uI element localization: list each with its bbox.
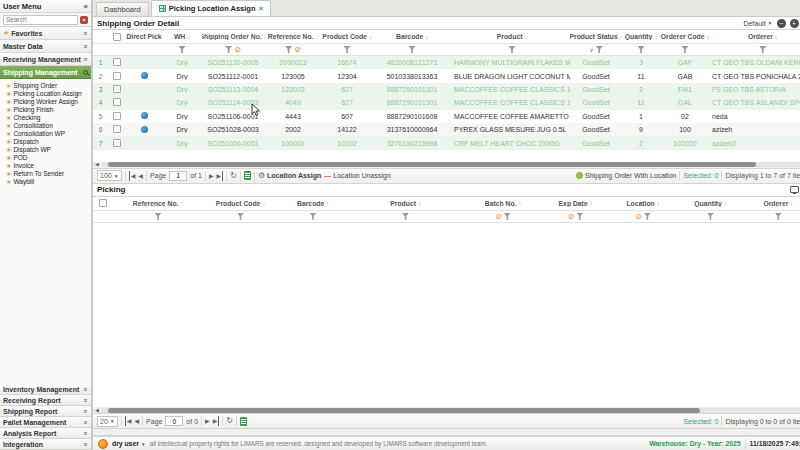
filter-icon-exp-date[interactable] [576, 213, 583, 220]
column-header-barcode[interactable]: Barcode [372, 33, 452, 40]
filter-icon-product-code[interactable] [237, 213, 244, 220]
shipping-table-row[interactable]: 7 Dry SO251006-0001 100001 10102 3270190… [93, 136, 800, 149]
row-checkbox[interactable] [113, 98, 121, 106]
clear-filter-icon[interactable]: ⊘ [635, 213, 642, 220]
sidebar-item-checking[interactable]: ★Checking [6, 113, 91, 121]
clear-filter-icon[interactable]: ⊘ [294, 46, 301, 53]
last-page-button[interactable]: ▶ [217, 171, 224, 181]
column-header-product-code[interactable]: Product Code [203, 200, 278, 207]
next-page-button[interactable]: ▶ [209, 171, 214, 181]
column-header-barcode[interactable]: Barcode [278, 200, 348, 207]
filter-icon-orderer[interactable] [775, 213, 782, 220]
sidebar-section-analysis-report[interactable]: Analysis Report » [0, 428, 91, 439]
clear-filter-icon[interactable]: ⊘ [495, 213, 502, 220]
column-header-reference-no[interactable]: Reference No. [264, 33, 322, 40]
expand-all-button[interactable]: + [790, 19, 799, 28]
row-checkbox[interactable] [113, 139, 121, 147]
view-selector[interactable]: Default▼ [743, 20, 772, 27]
select-all-checkbox[interactable] [99, 199, 107, 207]
first-page-button[interactable]: ◀ [129, 171, 136, 181]
page-size-select[interactable]: 100▼ [97, 170, 122, 181]
sidebar-item-picking-finish[interactable]: ★Picking Finish [6, 105, 91, 113]
scrollbar-thumb[interactable] [108, 408, 700, 413]
filter-icon-barcode[interactable] [409, 46, 416, 53]
sidebar-item-picking-worker-assign[interactable]: ★Picking Worker Assign [6, 97, 91, 105]
shipping-table-row[interactable]: 1 Dry SO251120-0005 2000013 16674 482000… [93, 56, 800, 69]
shipping-table-row[interactable]: 4 Dry SO251114-0003 4049 627 88872901013… [93, 96, 800, 109]
filter-icon-wh[interactable] [179, 46, 186, 53]
row-checkbox[interactable] [113, 112, 121, 120]
refresh-icon[interactable]: ↻ [226, 416, 233, 426]
sidebar-section-shipping-report[interactable]: Shipping Report » [0, 406, 91, 417]
select-all-checkbox[interactable] [113, 33, 121, 41]
collapse-all-button[interactable]: − [777, 19, 786, 28]
export-excel-icon[interactable] [240, 417, 247, 426]
next-page-button[interactable]: ▶ [205, 416, 210, 426]
filter-icon-product[interactable] [402, 213, 409, 220]
page-number-input[interactable] [165, 416, 183, 426]
shipping-horizontal-scrollbar[interactable]: ◀ ▶ [93, 162, 800, 169]
column-header-orderer-code[interactable]: Orderer Code [660, 33, 710, 40]
chevron-down-icon[interactable]: ∨ [589, 46, 593, 53]
filter-icon-location[interactable] [644, 213, 651, 220]
sidebar-item-waybill[interactable]: ★Waybill [6, 177, 91, 185]
row-checkbox[interactable] [113, 125, 121, 133]
column-header-shipping-order-no[interactable]: Shipping Order No. [202, 33, 264, 40]
scrollbar-thumb[interactable] [108, 162, 756, 167]
filter-icon-quantity[interactable] [707, 213, 714, 220]
filter-icon-reference-no[interactable] [285, 46, 292, 53]
screen-icon[interactable] [790, 186, 799, 193]
clear-filter-icon[interactable]: ⊘ [234, 46, 241, 53]
sidebar-section-favorites[interactable]: ★Favorites » [0, 27, 91, 40]
collapse-sidebar-icon[interactable]: « [84, 2, 88, 11]
sidebar-item-dispatch-wp[interactable]: ★Dispatch WP [6, 145, 91, 153]
sidebar-section-receiving-management[interactable]: Receiving Management » [0, 53, 91, 66]
sidebar-section-integeration[interactable]: Integeration » [0, 439, 91, 450]
column-header-product-status[interactable]: Product Status [570, 33, 622, 40]
user-menu-button[interactable]: dry user ▼ [112, 440, 146, 447]
refresh-icon[interactable]: ↻ [230, 171, 237, 181]
sidebar-item-picking-location-assign[interactable]: ★Picking Location Assign [6, 89, 91, 97]
column-header-direct-pick[interactable]: Direct Pick [126, 33, 162, 40]
sidebar-section-pallet-management[interactable]: Pallet Management » [0, 417, 91, 428]
column-header-quantity[interactable]: Quantity [622, 33, 660, 40]
sidebar-item-return-to-sender[interactable]: ★Return To Sender [6, 169, 91, 177]
shipping-table-row[interactable]: 3 Dry SO251113-0004 123003 627 888729010… [93, 83, 800, 96]
column-header-product-code[interactable]: Product Code [322, 33, 372, 40]
column-header-batch-no[interactable]: Batch No. [463, 200, 543, 207]
column-header-wh[interactable]: WH [162, 33, 202, 40]
column-header-product[interactable]: Product [452, 33, 570, 40]
filter-icon-shipping-order-no[interactable] [225, 46, 232, 53]
sidebar-item-consolidation-wp[interactable]: ★Consolidation WP [6, 129, 91, 137]
sidebar-section-inventory-management[interactable]: Inventory Management » [0, 384, 91, 395]
filter-icon-product-status[interactable] [596, 46, 603, 53]
shipping-table-row[interactable]: 6 Dry SO251028-0003 2002 14122 313761000… [93, 123, 800, 136]
row-checkbox[interactable] [113, 72, 121, 80]
last-page-button[interactable]: ▶ [213, 416, 220, 426]
shipping-table-row[interactable]: 5 Dry SO251106-0001 4443 607 88872901016… [93, 110, 800, 123]
search-clear-icon[interactable]: × [80, 16, 88, 24]
first-page-button[interactable]: ◀ [125, 416, 132, 426]
row-checkbox[interactable] [113, 85, 121, 93]
scroll-left-icon[interactable]: ◀ [95, 161, 99, 168]
sidebar-item-consolidation[interactable]: ★Consolidation [6, 121, 91, 129]
sidebar-item-pod[interactable]: ★POD [6, 153, 91, 161]
column-header-quantity[interactable]: Quantity [678, 200, 743, 207]
filter-icon-product-code[interactable] [344, 46, 351, 53]
clear-filter-icon[interactable]: ⊘ [568, 213, 575, 220]
filter-icon-product[interactable] [509, 46, 516, 53]
filter-icon-reference-no[interactable] [155, 213, 162, 220]
column-header-product[interactable]: Product [348, 200, 463, 207]
column-header-reference-no[interactable]: Reference No. [113, 200, 203, 207]
filter-icon-batch-no[interactable] [504, 213, 511, 220]
page-size-select[interactable]: 20▼ [97, 416, 118, 427]
filter-icon-quantity[interactable] [638, 46, 645, 53]
filter-icon-orderer-code[interactable] [682, 46, 689, 53]
sidebar-item-shipping-order[interactable]: ★Shipping Order [6, 81, 91, 89]
filter-icon-barcode[interactable] [310, 213, 317, 220]
picking-horizontal-scrollbar[interactable]: ◀ ▶ [93, 407, 800, 414]
sidebar-section-master-data[interactable]: Master Data » [0, 40, 91, 53]
prev-page-button[interactable]: ◀ [138, 171, 143, 181]
sidebar-item-dispatch[interactable]: ★Dispatch [6, 137, 91, 145]
prev-page-button[interactable]: ◀ [134, 416, 139, 426]
